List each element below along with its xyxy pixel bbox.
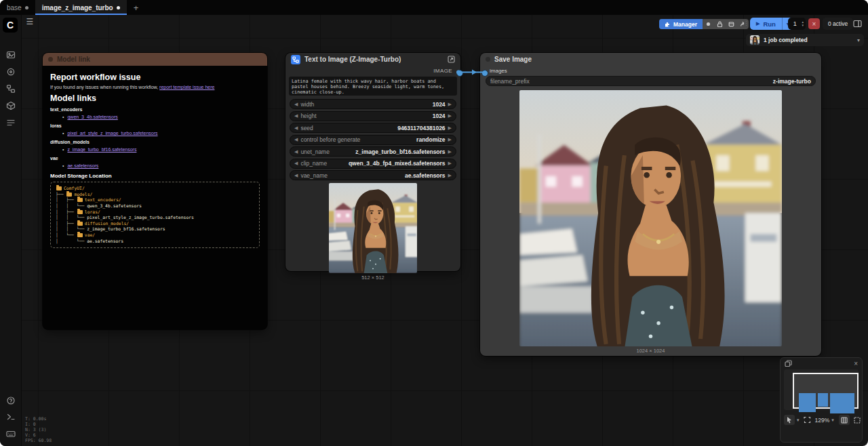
- assets-icon[interactable]: [3, 64, 18, 79]
- queue-icon[interactable]: [3, 115, 18, 129]
- widget-width[interactable]: ◀width1024▶: [290, 99, 456, 109]
- note-issue-paragraph: If you found any issues when running thi…: [50, 85, 260, 89]
- tree-row: │ ├── text_encoders/: [56, 197, 254, 203]
- node-model-link-note[interactable]: Model link Report workflow issue If you …: [43, 53, 267, 329]
- model-file-link[interactable]: qwen_3_4b.safetensors: [67, 115, 117, 119]
- new-workflow-button[interactable]: +: [127, 0, 146, 15]
- note-markdown-body: Report workflow issue If you found any i…: [43, 66, 267, 251]
- batch-count-value: 1: [788, 20, 802, 27]
- lock-icon[interactable]: [714, 19, 726, 29]
- tree-row: │ ├── diffusion_models/: [56, 221, 254, 227]
- note-node-title: Model link: [57, 56, 90, 63]
- section-label: diffusion_models: [50, 140, 260, 144]
- decrement-icon[interactable]: ◀: [294, 113, 298, 119]
- tree-row: │ │ └── pixel_art_style_z_image_turbo.sa…: [56, 215, 254, 221]
- note-h2: Model links: [50, 94, 260, 103]
- status-dot-icon[interactable]: [703, 19, 714, 29]
- decrement-icon[interactable]: ◀: [294, 149, 298, 155]
- chevron-down-icon[interactable]: ▾: [797, 418, 800, 423]
- folder-icon: [56, 186, 62, 190]
- run-button[interactable]: ▶ Run: [750, 18, 782, 30]
- right-panel-toggle-icon[interactable]: [852, 18, 863, 29]
- widget-clip-name[interactable]: ◀clip_nameqwen_3_4b_fp4_mixed.safetensor…: [290, 159, 456, 169]
- active-jobs-badge: 0 active: [823, 18, 853, 30]
- help-icon[interactable]: [3, 393, 18, 407]
- increment-icon[interactable]: ▶: [448, 173, 452, 178]
- decrement-icon[interactable]: ◀: [294, 161, 298, 166]
- save-node-header[interactable]: Save Image: [480, 53, 821, 66]
- chevron-down-icon[interactable]: ▾: [831, 418, 834, 423]
- close-icon[interactable]: ×: [854, 361, 858, 367]
- tti-preview-image[interactable]: [329, 183, 417, 273]
- open-subgraph-icon[interactable]: [448, 56, 455, 63]
- widget-filename-prefix[interactable]: filename_prefix z-image-turbo: [486, 76, 816, 86]
- comfyui-logo[interactable]: C: [3, 18, 18, 33]
- perf-stats: T: 0.00s I: 0 N: 3 (3) V: 6 FPS: 60.98: [25, 416, 52, 443]
- model-link-item: z_image_turbo_bf16.safetensors: [62, 147, 260, 152]
- increment-icon[interactable]: ▶: [448, 125, 452, 131]
- node-library-icon[interactable]: [3, 81, 18, 96]
- pointer-tool-button[interactable]: [784, 415, 795, 425]
- decrement-icon[interactable]: ◀: [294, 137, 298, 142]
- widget-vae-name[interactable]: ◀vae_nameae.safetensors▶: [290, 170, 456, 180]
- toggle-grid-button[interactable]: [839, 415, 850, 425]
- manager-button[interactable]: Manager: [659, 19, 703, 29]
- tab-image-z-image-turbo[interactable]: image_z_image_turbo: [35, 0, 127, 15]
- model-file-link[interactable]: z_image_turbo_bf16.safetensors: [67, 147, 136, 152]
- node-save-image[interactable]: Save Image images filename_prefix z-imag…: [480, 53, 821, 356]
- job-thumbnail: [750, 35, 760, 45]
- widget-height[interactable]: ◀height1024▶: [290, 111, 456, 121]
- toggle-minimap-button[interactable]: [852, 415, 863, 425]
- settings-gear-icon[interactable]: [3, 443, 18, 446]
- stepper-arrows[interactable]: ▴▾: [802, 20, 806, 27]
- collapse-dot-icon[interactable]: [48, 57, 53, 62]
- minimap-node: [830, 393, 854, 413]
- widget-control-before-generate[interactable]: ◀control before generaterandomize▶: [290, 135, 456, 145]
- widget-unet-name[interactable]: ◀unet_namez_image_turbo_bf16.safetensors…: [290, 146, 456, 157]
- terminal-icon[interactable]: [3, 409, 18, 424]
- widget-seed[interactable]: ◀seed946311704381026▶: [290, 123, 456, 133]
- menu-hamburger-icon[interactable]: ☰: [24, 16, 35, 27]
- increment-icon[interactable]: ▶: [448, 137, 452, 142]
- package-icon[interactable]: [726, 19, 737, 29]
- job-history-row[interactable]: 1 job completed ▾: [746, 34, 864, 46]
- shortcuts-keyboard-icon[interactable]: [3, 426, 18, 441]
- decrement-icon[interactable]: ◀: [294, 125, 298, 131]
- increment-icon[interactable]: ▶: [448, 149, 452, 155]
- image-output-port[interactable]: [456, 70, 463, 77]
- decrement-icon[interactable]: ◀: [294, 173, 298, 178]
- model-link-item: pixel_art_style_z_image_turbo.safetensor…: [62, 131, 260, 136]
- play-icon: ▶: [756, 21, 760, 26]
- manager-toolbar: Manager: [659, 19, 749, 29]
- workflows-icon[interactable]: [3, 47, 18, 62]
- model-library-icon[interactable]: [3, 98, 18, 113]
- increment-icon[interactable]: ▶: [448, 113, 452, 119]
- zoom-level[interactable]: 129%: [815, 417, 830, 424]
- report-issue-link[interactable]: report template issue here: [159, 85, 214, 89]
- node-text-to-image[interactable]: Text to Image (Z-Image-Turbo) IMAGE Lati…: [285, 53, 460, 271]
- model-file-link[interactable]: ae.safetensors: [67, 163, 98, 168]
- job-status-text: 1 job completed: [764, 37, 808, 43]
- note-node-header[interactable]: Model link: [43, 53, 267, 66]
- tab-base[interactable]: base: [0, 0, 35, 15]
- model-storage-tree: ComfyUI/ ├── models/ │ ├── text_encoders…: [50, 182, 260, 248]
- tti-node-header[interactable]: Text to Image (Z-Image-Turbo): [285, 53, 460, 66]
- fit-view-button[interactable]: [802, 415, 813, 425]
- minimap-header: ×: [781, 358, 862, 367]
- images-input-port[interactable]: [481, 70, 488, 77]
- model-link-item: ae.safetensors: [62, 163, 260, 168]
- prompt-textarea[interactable]: Latina female with thick wavy hair, harb…: [289, 77, 457, 96]
- increment-icon[interactable]: ▶: [448, 161, 452, 166]
- canvas-toolbar: ▾ 129% ▾: [781, 412, 862, 428]
- minimap-viewport[interactable]: [784, 369, 859, 410]
- increment-icon[interactable]: ▶: [448, 102, 452, 107]
- close-icon: ×: [812, 20, 816, 28]
- save-preview-image[interactable]: [519, 90, 782, 346]
- batch-count-stepper[interactable]: 1 ▴▾: [788, 18, 806, 30]
- chevron-down-icon[interactable]: ▾: [802, 24, 804, 27]
- stop-button[interactable]: ×: [808, 18, 820, 29]
- collapse-dot-icon[interactable]: [486, 57, 490, 62]
- decrement-icon[interactable]: ◀: [294, 102, 298, 107]
- unsaved-dot-icon: [25, 6, 28, 9]
- model-file-link[interactable]: pixel_art_style_z_image_turbo.safetensor…: [67, 131, 157, 136]
